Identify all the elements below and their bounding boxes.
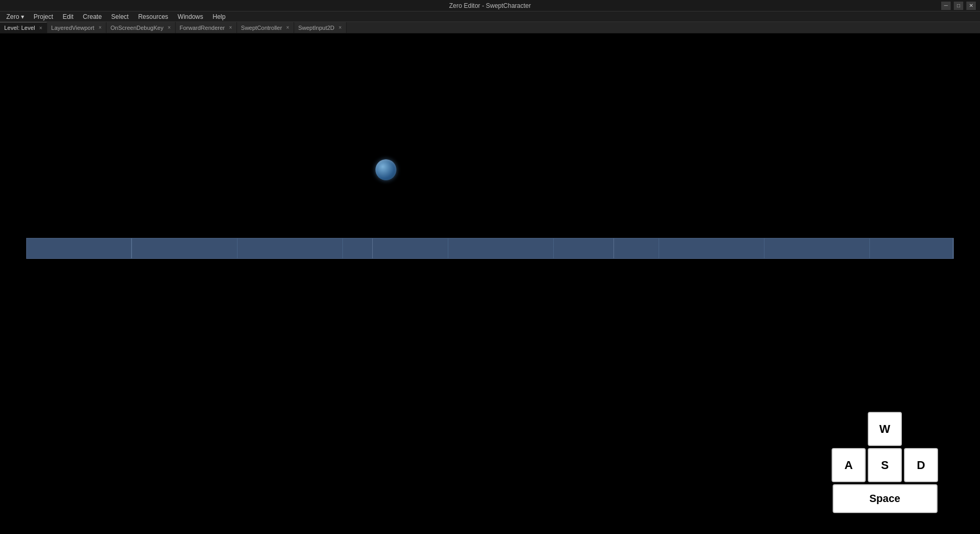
tab-close-layered[interactable]: × (99, 25, 102, 30)
key-space: Space (833, 484, 938, 513)
tab-close-forward[interactable]: × (229, 25, 232, 30)
window-controls: ─ □ ✕ (941, 2, 976, 10)
ground-segment-4 (614, 238, 953, 258)
ground-platform (26, 238, 954, 259)
menu-item-edit[interactable]: Edit (58, 12, 78, 21)
tab-label-input2d: SweptInput2D (298, 25, 335, 31)
tab-label-forward: ForwardRenderer (180, 25, 225, 31)
character-ball (375, 159, 396, 180)
ground-segment-3 (373, 238, 614, 258)
tab-label-layered: LayeredViewport (51, 25, 94, 31)
key-a: A (832, 448, 866, 482)
menu-item-help[interactable]: Help (209, 12, 230, 21)
tab-forward[interactable]: ForwardRenderer× (176, 22, 237, 33)
tab-close-input2d[interactable]: × (339, 25, 342, 30)
tab-close-level[interactable]: × (39, 25, 42, 31)
menu-bar: Zero ▾ProjectEditCreateSelectResourcesWi… (0, 12, 980, 22)
maximize-button[interactable]: □ (954, 2, 963, 10)
tab-level[interactable]: Level: Level× (0, 22, 47, 33)
key-display: W A S D Space (832, 412, 938, 513)
menu-item-select[interactable]: Select (107, 12, 133, 21)
key-d: D (904, 448, 938, 482)
tab-label-controller: SweptController (241, 25, 282, 31)
key-row-asd: A S D (832, 448, 938, 482)
title-bar: Zero Editor - SweptCharacter ─ □ ✕ (0, 0, 980, 12)
menu-item-create[interactable]: Create (79, 12, 106, 21)
tab-controller[interactable]: SweptController× (237, 22, 294, 33)
tab-label-level: Level: Level (4, 25, 35, 31)
minimize-button[interactable]: ─ (941, 2, 951, 10)
key-s: S (868, 448, 902, 482)
tab-close-debugkey[interactable]: × (168, 25, 171, 30)
menu-item-project[interactable]: Project (29, 12, 57, 21)
tab-debugkey[interactable]: OnScreenDebugKey× (106, 22, 176, 33)
ground-segment-2 (132, 238, 373, 258)
menu-item-windows[interactable]: Windows (174, 12, 208, 21)
tab-bar: Level: Level×LayeredViewport×OnScreenDeb… (0, 22, 980, 34)
key-row-space: Space (833, 484, 938, 513)
viewport[interactable]: W A S D Space (0, 34, 980, 534)
tab-layered[interactable]: LayeredViewport× (47, 22, 106, 33)
tab-close-controller[interactable]: × (286, 25, 289, 30)
key-row-w: W (868, 412, 902, 446)
close-button[interactable]: ✕ (966, 2, 976, 10)
tab-input2d[interactable]: SweptInput2D× (294, 22, 347, 33)
menu-item-zero[interactable]: Zero ▾ (2, 12, 28, 21)
menu-item-resources[interactable]: Resources (134, 12, 172, 21)
key-w: W (868, 412, 902, 446)
tab-label-debugkey: OnScreenDebugKey (111, 25, 164, 31)
title-text: Zero Editor - SweptCharacter (449, 2, 531, 9)
ground-segment-1 (27, 238, 132, 258)
